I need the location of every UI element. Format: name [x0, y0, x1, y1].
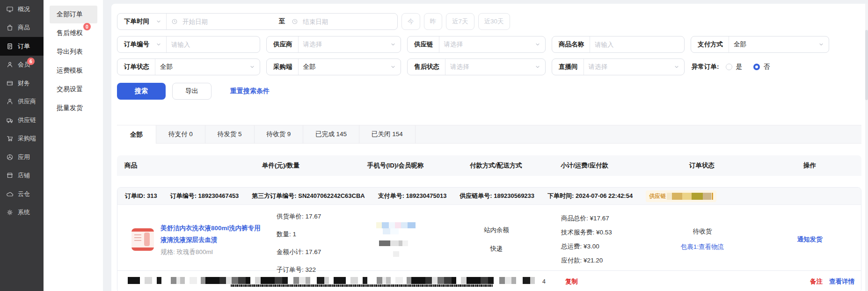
- submenu-item-export-list[interactable]: 导出列表: [50, 43, 97, 61]
- date-range-separator: 至: [277, 17, 287, 26]
- quick-filter-yesterday-button[interactable]: 昨: [424, 13, 443, 30]
- action-cell: 通知发货: [759, 205, 861, 274]
- scrollbar-track[interactable]: [865, 4, 868, 291]
- live-room-filter[interactable]: 直播间 请选择: [552, 58, 685, 75]
- filter-label: 支付方式: [691, 40, 729, 49]
- filter-label: 售后状态: [408, 63, 445, 71]
- main-sidebar: 概况 商品 订单 会员 6 财务 供应商 供应链 采购端 应用 店铺 云仓: [0, 0, 44, 291]
- product-name-filter[interactable]: 商品名称: [552, 36, 685, 53]
- filter-label: 订单编号: [117, 40, 155, 49]
- time-field-label: 下单时间: [117, 17, 155, 26]
- tab-unpaid[interactable]: 待支付 0: [156, 125, 205, 143]
- sidebar-item-shop[interactable]: 店铺: [0, 167, 44, 185]
- aftersale-status-select[interactable]: 请选择: [445, 63, 535, 71]
- copy-address-link[interactable]: 复制: [565, 277, 578, 286]
- tab-to-receive[interactable]: 待收货 9: [255, 125, 304, 143]
- chevron-down-icon: [818, 42, 824, 47]
- quick-filter-today-button[interactable]: 今: [401, 13, 420, 30]
- radio-checked-icon: [753, 64, 760, 70]
- sidebar-item-suppliers[interactable]: 供应商: [0, 93, 44, 111]
- submenu-item-freight-template[interactable]: 运费模板: [50, 62, 97, 80]
- order-no: 订单编号: 189230467453: [170, 192, 239, 200]
- supply-chain-filter[interactable]: 供应链 请选择: [407, 36, 546, 53]
- submenu-item-label: 运费模板: [57, 66, 83, 75]
- sidebar-item-label: 系统: [18, 208, 30, 217]
- pay-method-filter[interactable]: 支付方式 全部: [691, 36, 829, 53]
- quick-filter-7days-button[interactable]: 近7天: [446, 13, 474, 30]
- view-detail-link[interactable]: 查看详情: [829, 277, 854, 286]
- abnormal-yes-radio[interactable]: 是: [726, 63, 743, 71]
- supplier-icon: [6, 98, 14, 105]
- tab-closed[interactable]: 已关闭 154: [359, 125, 416, 143]
- live-room-select[interactable]: 请选择: [584, 63, 674, 71]
- product-spec: 规格: 玫瑰香800ml: [160, 248, 262, 256]
- censored-block: [703, 193, 711, 200]
- sidebar-item-finance[interactable]: 财务: [0, 74, 44, 93]
- scrollbar-thumb[interactable]: [865, 30, 868, 100]
- divider: [166, 14, 167, 29]
- payment-no: 支付单号: 189230475013: [378, 192, 447, 200]
- censored-member-info: [376, 228, 416, 234]
- censored-member-id: [379, 240, 413, 246]
- sidebar-item-orders[interactable]: 订单: [0, 37, 44, 56]
- col-member: 手机号(ID)/会员昵称: [342, 161, 449, 170]
- order-time-range-filter[interactable]: 下单时间 至: [117, 13, 398, 30]
- supplier-filter[interactable]: 供应商 请选择: [266, 36, 401, 53]
- submenu-item-label: 交易设置: [57, 85, 83, 94]
- censored-block: [712, 193, 713, 200]
- sidebar-item-system[interactable]: 系统: [0, 204, 44, 222]
- abnormal-no-radio[interactable]: 否: [753, 63, 770, 71]
- tab-to-ship[interactable]: 待发货 5: [205, 125, 255, 143]
- purchase-end-select[interactable]: 全部: [299, 63, 391, 71]
- submenu-item-all-orders[interactable]: 全部订单: [50, 6, 97, 23]
- sidebar-item-label: 供应链: [18, 116, 36, 124]
- sidebar-item-members[interactable]: 会员 6: [0, 56, 44, 74]
- aftersale-status-filter[interactable]: 售后状态 请选择: [407, 58, 546, 75]
- sidebar-item-purchase[interactable]: 采购端: [0, 130, 44, 148]
- remark-link[interactable]: 备注: [810, 277, 823, 286]
- order-no-input[interactable]: [167, 41, 260, 48]
- quick-filter-30days-button[interactable]: 近30天: [478, 13, 510, 30]
- sidebar-item-supply-chain[interactable]: 供应链: [0, 111, 44, 130]
- start-date-input[interactable]: [178, 18, 277, 25]
- submenu-item-batch-shipping[interactable]: 批量发货: [50, 99, 97, 117]
- order-no-filter[interactable]: 订单编号: [117, 36, 260, 53]
- sidebar-item-overview[interactable]: 概况: [0, 0, 44, 19]
- chevron-down-icon: [390, 64, 396, 70]
- submenu-item-label: 全部订单: [57, 10, 83, 19]
- notify-ship-link[interactable]: 通知发货: [797, 235, 823, 244]
- product-name-input[interactable]: [590, 41, 684, 48]
- package-logistics-link[interactable]: 包裹1:查看物流: [679, 242, 726, 252]
- reset-search-link[interactable]: 重置搜索条件: [230, 87, 270, 95]
- sidebar-item-cloud-warehouse[interactable]: 云仓: [0, 185, 44, 204]
- status-cell: 待收货 包裹1:查看物流: [646, 205, 759, 274]
- supplier-select[interactable]: 请选择: [299, 40, 391, 49]
- product-image[interactable]: [131, 228, 154, 251]
- order-icon: [6, 43, 14, 50]
- submenu-item-trade-settings[interactable]: 交易设置: [50, 80, 97, 98]
- end-date-input[interactable]: [298, 18, 397, 25]
- clock-icon: [171, 18, 178, 25]
- product-title-link[interactable]: 美舒洁内衣洗衣液800ml洗内裤专用液清洗液深层去血渍: [160, 223, 262, 246]
- order-status-filter[interactable]: 订单状态 全部: [117, 58, 260, 75]
- chevron-down-icon: [249, 64, 255, 70]
- status-badge: 待收货: [693, 227, 712, 236]
- pay-method-select[interactable]: 全部: [729, 40, 818, 49]
- submenu-item-aftersale[interactable]: 售后维权 0: [50, 24, 97, 42]
- censored-address-noise: [231, 284, 493, 287]
- sidebar-item-products[interactable]: 商品: [0, 19, 44, 37]
- export-button[interactable]: 导出: [172, 83, 212, 100]
- member-icon: [6, 61, 14, 68]
- search-button[interactable]: 搜索: [117, 83, 166, 100]
- tab-completed[interactable]: 已完成 145: [303, 125, 359, 143]
- supply-chain-select[interactable]: 请选择: [439, 40, 535, 49]
- radio-label: 否: [764, 63, 770, 71]
- tab-all[interactable]: 全部: [117, 125, 156, 144]
- sidebar-item-apps[interactable]: 应用: [0, 148, 44, 167]
- censored-address: [128, 277, 540, 287]
- order-row: 美舒洁内衣洗衣液800ml洗内裤专用液清洗液深层去血渍 规格: 玫瑰香800ml…: [117, 205, 861, 270]
- amount-subtotal: 金额小计: 17.67: [277, 248, 342, 256]
- censored-address-blocks: [128, 277, 540, 284]
- order-status-select[interactable]: 全部: [155, 63, 249, 71]
- purchase-end-filter[interactable]: 采购端 全部: [266, 58, 401, 75]
